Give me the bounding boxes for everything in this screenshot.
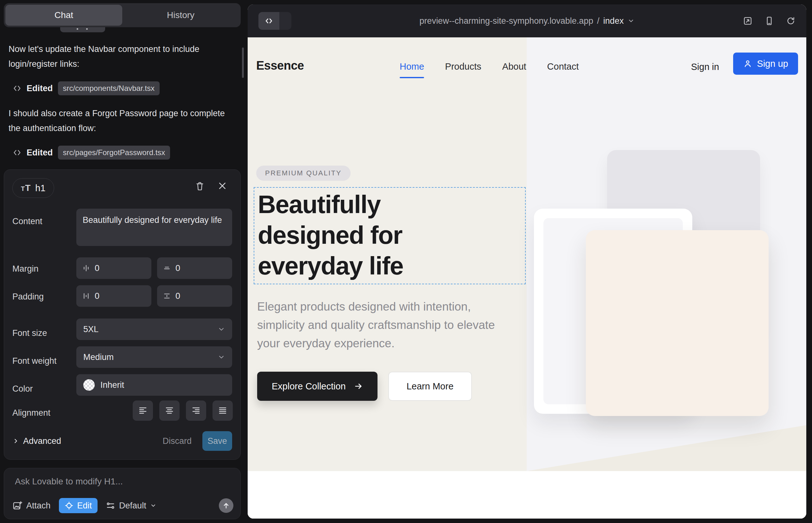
padding-x-input[interactable]: 0 (76, 285, 152, 307)
color-value: Inherit (100, 380, 124, 390)
hero-description: Elegant products designed with intention… (257, 297, 507, 353)
margin-vertical-icon (163, 264, 171, 272)
chevron-down-icon (217, 353, 225, 361)
save-button[interactable]: Save (202, 431, 232, 451)
content-label: Content (12, 217, 42, 227)
chevron-down-icon (217, 325, 225, 333)
nav-link-label: Home (400, 61, 424, 72)
chevron-right-icon (12, 437, 19, 445)
chat-message: I should also create a Forgot Password p… (8, 106, 232, 136)
discard-button[interactable]: Discard (162, 436, 192, 446)
chat-history-tabbar: Chat History (4, 3, 241, 27)
editor-footer: Advanced Discard Save (12, 431, 232, 451)
margin-label: Margin (12, 264, 39, 274)
element-tag-pill[interactable]: TT h1 (12, 178, 54, 198)
align-justify-button[interactable] (212, 400, 233, 421)
active-nav-underline (400, 77, 424, 78)
file-chip[interactable]: src/components/Navbar.tsx (58, 82, 160, 95)
tab-history-label: History (167, 10, 194, 20)
align-justify-icon (218, 406, 227, 415)
send-button[interactable] (219, 498, 233, 513)
margin-y-input[interactable]: 0 (157, 257, 232, 279)
edit-mode-label: Edit (77, 501, 92, 511)
url-separator: / (597, 16, 600, 26)
font-size-select[interactable]: 5XL (76, 319, 232, 340)
advanced-label: Advanced (23, 436, 61, 446)
url-page: index (603, 16, 624, 26)
file-chip[interactable]: src/pages/ForgotPassword.tsx (58, 146, 170, 160)
content-input[interactable]: Beautifully designed for everyday life (76, 209, 232, 246)
nav-link-label: Products (445, 61, 481, 72)
padding-y-input[interactable]: 0 (157, 285, 232, 307)
align-center-icon (165, 406, 174, 415)
site-canvas: Essence Home Products About Contact Sign… (248, 37, 806, 519)
mobile-view-icon[interactable] (764, 16, 774, 26)
selected-element-outline[interactable]: Beautifully designed for everyday life (254, 187, 526, 284)
element-tag-name: h1 (35, 183, 45, 194)
align-center-button[interactable] (159, 400, 180, 421)
padding-y-value: 0 (175, 291, 180, 301)
tab-chat[interactable]: Chat (5, 5, 122, 26)
chevron-down-icon (150, 502, 156, 509)
headline-line: everyday life (258, 250, 403, 281)
hero-cta-row: Explore Collection Learn More (257, 372, 472, 401)
preview-pane: preview--charming-site-symphony.lovable.… (248, 4, 806, 519)
default-mode-selector[interactable]: Default (106, 501, 156, 511)
headline-line: Beautifully (258, 189, 403, 220)
diagonal-section-divider (527, 425, 806, 471)
next-section (248, 471, 806, 519)
attach-image-icon (12, 501, 22, 511)
color-select[interactable]: Inherit (76, 374, 232, 396)
arrow-right-icon (354, 382, 363, 391)
align-right-button[interactable] (186, 400, 206, 421)
advanced-toggle[interactable]: Advanced (12, 436, 61, 446)
composer-input[interactable] (15, 476, 230, 494)
code-view-toggle[interactable] (259, 12, 292, 30)
chat-scrollbar-thumb[interactable] (242, 48, 244, 78)
close-icon[interactable] (217, 181, 227, 191)
margin-x-input[interactable]: 0 (76, 257, 152, 279)
typography-icon: TT (21, 183, 31, 193)
chevron-down-icon (628, 17, 634, 24)
code-icon (264, 16, 273, 26)
font-weight-select[interactable]: Medium (76, 346, 232, 368)
padding-vertical-icon (163, 292, 171, 300)
save-button-label: Save (208, 436, 227, 446)
nav-link-contact[interactable]: Contact (547, 61, 579, 78)
user-icon (743, 59, 753, 68)
nav-link-products[interactable]: Products (445, 61, 481, 78)
align-left-icon (138, 406, 147, 415)
sign-up-button[interactable]: Sign up (733, 53, 798, 75)
composer-toolbar: Attach Edit Default (12, 497, 233, 514)
font-weight-value: Medium (83, 353, 114, 362)
nav-link-label: About (502, 61, 526, 72)
nav-link-about[interactable]: About (502, 61, 526, 78)
open-external-icon[interactable] (743, 16, 753, 26)
explore-collection-button[interactable]: Explore Collection (257, 372, 377, 401)
code-toggle-active-segment (259, 12, 279, 30)
nav-link-home[interactable]: Home (400, 61, 424, 78)
site-brand[interactable]: Essence (256, 59, 304, 72)
edit-mode-button[interactable]: Edit (59, 498, 98, 513)
edited-file-row: Edited src/components/Navbar.tsx (13, 80, 160, 96)
preview-url[interactable]: preview--charming-site-symphony.lovable.… (420, 16, 635, 26)
attach-button[interactable]: Attach (12, 501, 51, 511)
explore-collection-label: Explore Collection (272, 381, 346, 392)
scrolled-file-chip[interactable] (60, 27, 105, 32)
headline-line: designed for (258, 220, 403, 250)
site-nav: Home Products About Contact (400, 61, 579, 78)
preview-actions (743, 16, 796, 26)
url-domain: preview--charming-site-symphony.lovable.… (420, 16, 594, 26)
code-icon (13, 84, 21, 93)
sign-in-link[interactable]: Sign in (691, 62, 719, 72)
align-left-button[interactable] (133, 400, 153, 421)
sliders-icon (106, 501, 115, 510)
refresh-icon[interactable] (786, 16, 796, 26)
code-toggle-inactive-segment (279, 12, 292, 30)
chip-dot (77, 28, 78, 30)
decor-card-cream (586, 230, 769, 416)
tab-history[interactable]: History (122, 5, 239, 26)
trash-icon[interactable] (195, 181, 205, 191)
learn-more-button[interactable]: Learn More (388, 372, 472, 401)
font-size-value: 5XL (83, 325, 99, 334)
